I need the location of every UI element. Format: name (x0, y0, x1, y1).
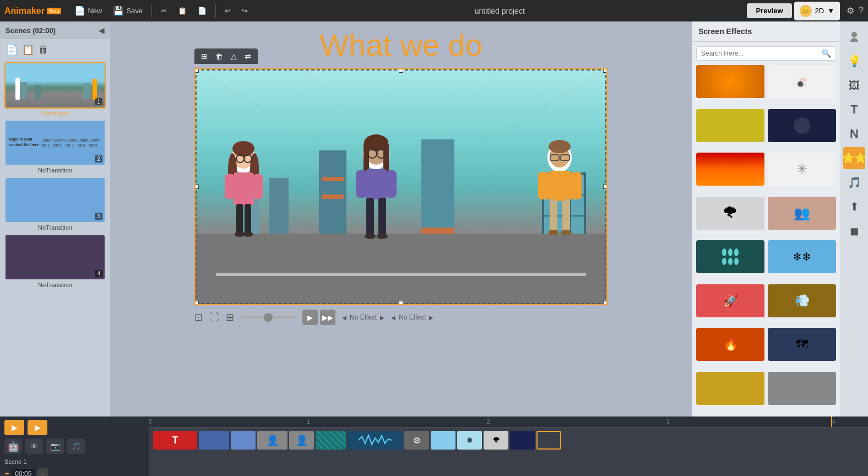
text-sidebar-btn[interactable]: T (843, 99, 865, 121)
ruler-mark-1: 1 (307, 419, 310, 425)
character-right[interactable] (534, 137, 586, 252)
effect-thumb-dark[interactable] (768, 109, 836, 142)
timeline-play2-btn[interactable]: ▶ (28, 420, 47, 435)
zoom-slider[interactable] (241, 316, 296, 318)
svg-rect-16 (245, 204, 251, 234)
track-thumb-teal[interactable] (316, 431, 346, 450)
grid-btn[interactable]: ⊞ (226, 311, 234, 323)
scene-item-2[interactable]: Append your content list here Lorem list… (4, 120, 106, 174)
effect-thumb-blaze[interactable]: 🔥 (696, 328, 764, 361)
upload-sidebar-btn[interactable]: ⬆ (843, 196, 865, 218)
delete-scene-btn[interactable]: 🗑 (39, 44, 48, 56)
canvas-flip-btn[interactable]: △ (227, 51, 240, 62)
fit-screen-btn[interactable]: ⊡ (194, 311, 203, 323)
track-thumb-sky[interactable] (431, 431, 455, 450)
play-btn-1[interactable]: ▶ (302, 310, 318, 325)
effects-grid: 🎳 ✳ 🌪 👥 ❄❄ (692, 65, 840, 416)
effect-thumb-bowling[interactable]: 🎳 (768, 65, 836, 98)
add-scene-btn[interactable]: 📄 (6, 44, 18, 56)
effect-thumb-misc[interactable] (768, 372, 836, 405)
svg-rect-34 (356, 170, 367, 198)
minus-time-btn[interactable]: − (37, 468, 48, 476)
track-thumb-empty[interactable] (536, 431, 561, 450)
effect-thumb-rocket[interactable]: 🚀 (696, 284, 764, 317)
duplicate-scene-btn[interactable]: 📋 (22, 44, 34, 56)
track-thumb-gear[interactable]: ⚙ (404, 431, 429, 450)
bg-sidebar-btn[interactable]: ◼ (843, 220, 865, 242)
save-button[interactable]: 💾 Save (109, 3, 147, 18)
props-sidebar-btn[interactable]: 💡 (843, 50, 865, 72)
track-thumb-snow2[interactable]: ❄ (457, 431, 482, 450)
scene-thumb-3[interactable]: 3 (4, 177, 106, 223)
cut-icon: ✂ (161, 7, 167, 15)
character-center[interactable] (351, 131, 401, 257)
effect-thumb-map[interactable]: 🗺 (768, 328, 836, 361)
effect-arrow-right-1[interactable]: ▶ (380, 315, 384, 321)
fullscreen-btn[interactable]: ⛶ (209, 312, 219, 323)
track-thumb-red[interactable]: T (153, 431, 197, 450)
effect-thumb-crowd[interactable]: 👥 (768, 197, 836, 230)
effect-thumb-orange[interactable] (696, 65, 764, 98)
effects-sidebar-btn[interactable]: ⭐⭐ (843, 147, 865, 169)
character-sidebar-btn[interactable] (843, 26, 865, 48)
track-thumb-audio[interactable] (348, 431, 403, 450)
timeline-icon-camera[interactable]: 📷 (46, 439, 64, 454)
character-left-svg (220, 137, 267, 252)
effect-arrow-left-1[interactable]: ◀ (342, 315, 346, 321)
search-bar[interactable]: 🔍 (696, 46, 836, 61)
add-time-btn[interactable]: + (4, 469, 9, 476)
scene-thumb-4[interactable]: 4 (4, 234, 106, 280)
paste-button[interactable]: 📄 (193, 4, 211, 17)
media-sidebar-btn[interactable]: 🖼 (843, 74, 865, 96)
canvas-delete-btn[interactable]: 🗑 (212, 51, 226, 62)
timeline-play-btn[interactable]: ▶ (4, 420, 24, 435)
effect-thumb-teal[interactable] (696, 240, 764, 273)
effect-thumb-smoke[interactable]: 💨 (768, 284, 836, 317)
effect-arrow-left-2[interactable]: ◀ (391, 315, 395, 321)
help-icon[interactable]: ? (859, 6, 864, 16)
scene-item-3[interactable]: 3 NoTransition (4, 177, 106, 231)
cut-button[interactable]: ✂ (156, 4, 171, 17)
scene-item-4[interactable]: 4 NoTransition (4, 234, 106, 288)
redo-button[interactable]: ↪ (237, 4, 252, 17)
canvas-swap-btn[interactable]: ⇄ (241, 51, 254, 62)
title-sidebar-btn[interactable]: N (843, 123, 865, 145)
copy-button[interactable]: 📋 (173, 4, 191, 17)
track-thumb-person1[interactable]: 👤 (257, 431, 287, 450)
time-display: 00:05 (12, 469, 35, 476)
canvas-scene[interactable] (194, 68, 607, 305)
play-btn-2[interactable]: ▶▶ (320, 310, 335, 325)
mode-selector[interactable]: 😊 2D ▼ (794, 2, 840, 20)
scene-item-1[interactable]: 1 SlideRight (4, 62, 106, 116)
effect-thumb-burst[interactable]: ✳ (768, 153, 836, 186)
effect-arrow-right-2[interactable]: ▶ (429, 315, 433, 321)
scene-label-2: NoTransition (4, 167, 106, 174)
audio-sidebar-btn[interactable]: 🎵 (843, 171, 865, 193)
new-button[interactable]: 📄 New (70, 3, 106, 18)
scene-thumb-2[interactable]: Append your content list here Lorem list… (4, 120, 106, 166)
svg-point-49 (851, 32, 857, 37)
effect-thumb-fire[interactable] (696, 153, 764, 186)
scenes-collapse-btn[interactable]: ◀ (99, 26, 105, 35)
track-thumb-blue[interactable] (199, 431, 229, 450)
scene-thumb-1[interactable]: 1 (4, 62, 106, 109)
effect-thumb-tornado[interactable]: 🌪 (696, 197, 764, 230)
character-left[interactable] (220, 137, 267, 252)
undo-button[interactable]: ↩ (220, 4, 235, 17)
timeline-controls: ▶ ▶ 🤖 👁 📷 🎵 Scene 1 + 00:05 − (0, 416, 149, 476)
preview-button[interactable]: Preview (747, 3, 791, 18)
timeline-icon-robot[interactable]: 🤖 (4, 439, 22, 454)
timeline-icon-eye[interactable]: 👁 (25, 439, 43, 454)
track-thumb-lblue[interactable] (231, 431, 256, 450)
track-thumb-tornado2[interactable]: 🌪 (484, 431, 508, 450)
track-thumb-navy[interactable] (510, 431, 535, 450)
canvas-grid-btn[interactable]: ⊞ (198, 51, 211, 62)
effect-thumb-yellow[interactable] (696, 109, 764, 142)
settings-icon[interactable]: ⚙ (847, 6, 854, 16)
effect-thumb-snow[interactable]: ❄❄ (768, 240, 836, 273)
timeline-icon-music[interactable]: 🎵 (67, 439, 85, 454)
track-thumb-person2[interactable]: 👤 (289, 431, 314, 450)
effect-thumb-gold[interactable] (696, 372, 764, 405)
search-input[interactable] (701, 50, 820, 57)
scenes-panel: Scenes (02:00) ◀ 📄 📋 🗑 (0, 21, 110, 416)
